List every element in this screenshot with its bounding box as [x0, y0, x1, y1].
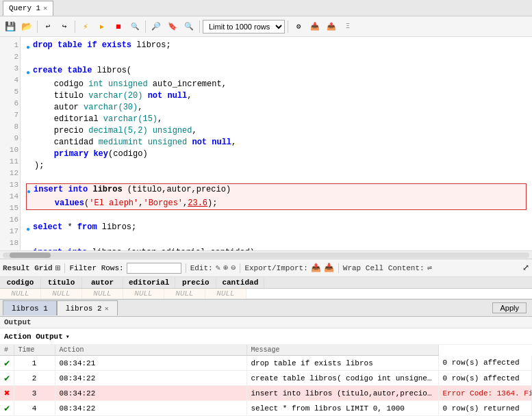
cell-editorial[interactable]: NULL: [123, 289, 164, 298]
explain-button[interactable]: 🔍: [127, 19, 142, 34]
code-text-18: insert into libros (autor,editorial,cant…: [33, 247, 255, 250]
import-icon[interactable]: 📥: [324, 263, 334, 273]
code-line-13: ● insert into libros (titulo,autor,preci…: [27, 184, 526, 198]
header-action: Action: [55, 345, 246, 356]
filter-button[interactable]: 🔖: [165, 19, 180, 34]
code-text-10: primary key(codigo): [34, 148, 148, 160]
result-grid: codigo titulo autor editorial precio can…: [0, 277, 532, 299]
bullet-16: ●: [26, 224, 30, 235]
search-button[interactable]: 🔍: [181, 19, 197, 34]
apply-button[interactable]: Apply: [492, 302, 527, 313]
col-autor: autor: [82, 277, 123, 288]
code-text-1: drop table if exists libros;: [33, 40, 171, 51]
code-text-6: autor varchar(30),: [34, 102, 142, 114]
edit-icon3[interactable]: ⊖: [231, 263, 236, 273]
execute-current-button[interactable]: ▶: [94, 19, 110, 34]
export-icon[interactable]: 📤: [311, 263, 321, 273]
row-message-3: Error Code: 1364. Field 'cantidad' doesn…: [438, 386, 532, 401]
code-text-4: codigo int unsigned auto_increment,: [34, 79, 227, 90]
scroll-thumb[interactable]: [10, 252, 51, 258]
cell-titulo[interactable]: NULL: [41, 289, 82, 298]
ok-icon-1: ✔: [4, 358, 10, 369]
code-text-11: );: [34, 160, 44, 172]
header-num: #: [0, 345, 14, 356]
filter-rows-input[interactable]: [127, 263, 181, 274]
wrap-icon[interactable]: ⇌: [427, 263, 432, 273]
bullet-3: ●: [26, 67, 30, 79]
toolbar-sep-3: [145, 21, 146, 33]
result-toolbar: Result Grid ⊞ Filter Rows: Edit: ✎ ⊕ ⊖ E…: [0, 259, 532, 277]
query-tab-1[interactable]: Query 1 ✕: [3, 1, 53, 16]
line-numbers: 12345 678910 1112131415 1617181920 21: [0, 37, 21, 250]
bottom-tabs: libros 1 libros 2 ✕ Apply: [0, 299, 532, 317]
result-resize-btn[interactable]: ⤢: [522, 263, 529, 273]
code-line-1: ● drop table if exists libros;: [26, 40, 527, 53]
save-button[interactable]: 💾: [3, 19, 18, 34]
code-text-5: titulo varchar(20) not null,: [34, 90, 192, 102]
toolbar-sep-2: [75, 21, 75, 33]
settings-button[interactable]: ⚙: [291, 19, 306, 34]
edit-icon2[interactable]: ⊕: [223, 263, 228, 273]
export-import-label: Export/Import:: [244, 264, 307, 272]
query-tab-1-close[interactable]: ✕: [43, 4, 47, 12]
action-table-header: # Time Action Message: [0, 345, 532, 356]
execute-button[interactable]: ⚡: [78, 19, 93, 34]
limit-select[interactable]: Limit to 1000 rows: [203, 20, 285, 34]
action-output-dropdown[interactable]: ▾: [66, 333, 70, 341]
result-toolbar-sep1: [64, 263, 65, 273]
editor-container: 12345 678910 1112131415 1617181920 21 ● …: [0, 37, 532, 250]
edit-icon1[interactable]: ✎: [216, 263, 220, 273]
inspect-button[interactable]: 🔎: [149, 19, 164, 34]
code-line-2: [26, 53, 527, 65]
result-toolbar-sep4: [338, 263, 339, 273]
col-cantidad: cantidad: [216, 277, 264, 288]
bottom-tab-libros1[interactable]: libros 1: [3, 300, 57, 315]
stop-button[interactable]: ⏹: [111, 19, 126, 34]
col-titulo: titulo: [41, 277, 82, 288]
bullet-13: ●: [27, 186, 31, 198]
result-section: Result Grid ⊞ Filter Rows: Edit: ✎ ⊕ ⊖ E…: [0, 259, 532, 299]
cell-precio[interactable]: NULL: [164, 289, 205, 298]
row-num-3: 3: [14, 386, 55, 401]
output-toolbar: Action Output ▾: [0, 328, 532, 345]
err-icon-3: ✖: [4, 388, 10, 399]
code-line-3: ● create table libros(: [26, 65, 527, 79]
cell-cantidad[interactable]: NULL: [205, 289, 246, 298]
code-line-15: [26, 210, 527, 222]
status-icon-3: ✖: [0, 386, 14, 401]
toolbar-sep-4: [199, 21, 200, 33]
code-line-5: titulo varchar(20) not null,: [26, 90, 527, 102]
code-editor[interactable]: ● drop table if exists libros; ● create …: [21, 37, 532, 250]
bullet-18: ●: [26, 249, 30, 250]
action-row-1: ✔ 1 08:34:21 drop table if exists libros…: [0, 356, 532, 371]
code-line-7: editorial varchar(15),: [26, 114, 527, 125]
row-num-2: 2: [14, 371, 55, 386]
action-row-3: ✖ 3 08:34:22 insert into libros (titulo,…: [0, 386, 532, 401]
toolbar-sep-5: [288, 21, 288, 33]
open-button[interactable]: 📂: [19, 19, 34, 34]
cell-codigo[interactable]: NULL: [0, 289, 41, 298]
bottom-tab-libros1-label: libros 1: [12, 304, 48, 313]
undo-button[interactable]: ↩: [40, 19, 55, 34]
code-line-18: ● insert into libros (autor,editorial,ca…: [26, 247, 527, 250]
bottom-tab-libros2[interactable]: libros 2 ✕: [57, 300, 118, 315]
bottom-tab-libros2-close[interactable]: ✕: [105, 304, 109, 313]
grid-header: codigo titulo autor editorial precio can…: [0, 277, 532, 289]
code-line-12: [26, 172, 527, 183]
import-button[interactable]: 📥: [307, 19, 322, 34]
header-message: Message: [246, 345, 438, 356]
row-message-1: 0 row(s) affected: [438, 356, 532, 371]
horizontal-scrollbar[interactable]: [0, 250, 532, 259]
grid-row-1: NULL NULL NULL NULL NULL NULL: [0, 289, 532, 299]
redo-button[interactable]: ↪: [57, 19, 72, 34]
result-grid-icon: ⊞: [55, 263, 61, 274]
code-text-15: [34, 210, 39, 222]
row-message-4: 0 row(s) returned: [438, 401, 532, 416]
code-text-3: create table libros(: [33, 65, 131, 77]
cell-autor[interactable]: NULL: [82, 289, 123, 298]
editor-area: 12345 678910 1112131415 1617181920 21 ● …: [0, 37, 532, 259]
code-line-6: autor varchar(30),: [26, 102, 527, 114]
action-output-table-wrap: # Time Action Message ✔ 1 08:34:21 drop …: [0, 345, 532, 416]
format-button[interactable]: Ξ: [340, 19, 355, 34]
export-button[interactable]: 📤: [324, 19, 339, 34]
